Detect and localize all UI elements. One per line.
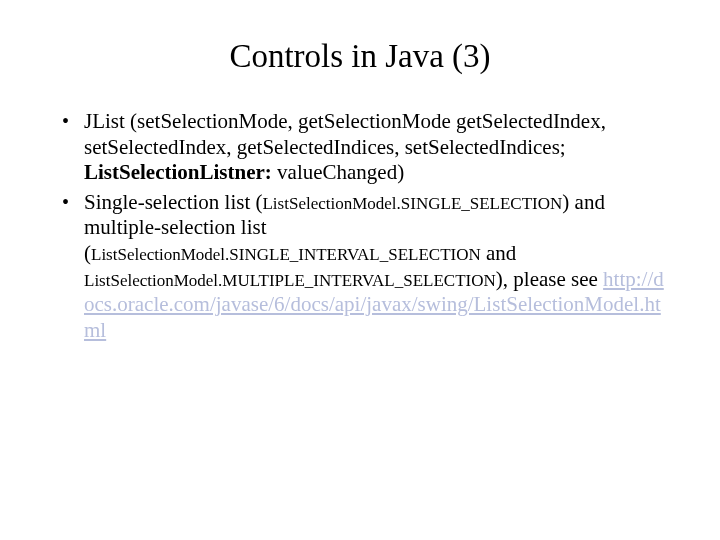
text-run: and [481, 241, 517, 265]
bullet-item: JList (setSelectionMode, getSelectionMod… [56, 109, 664, 186]
text-run: JList (setSelectionMode, getSelectionMod… [84, 109, 606, 159]
bullet-list: JList (setSelectionMode, getSelectionMod… [56, 109, 664, 343]
text-run: ListSelectionListner: [84, 160, 272, 184]
text-run: valueChanged) [272, 160, 404, 184]
text-run: ListSelectionModel.SINGLE_SELECTION [262, 194, 562, 213]
text-run: Single-selection list ( [84, 190, 262, 214]
text-run: ), please see [496, 267, 603, 291]
text-run: ListSelectionModel.MULTIPLE_INTERVAL_SEL… [84, 271, 496, 290]
bullet-item: Single-selection list (ListSelectionMode… [56, 190, 664, 344]
text-run: ListSelectionModel.SINGLE_INTERVAL_SELEC… [91, 245, 481, 264]
slide-title: Controls in Java (3) [56, 38, 664, 75]
